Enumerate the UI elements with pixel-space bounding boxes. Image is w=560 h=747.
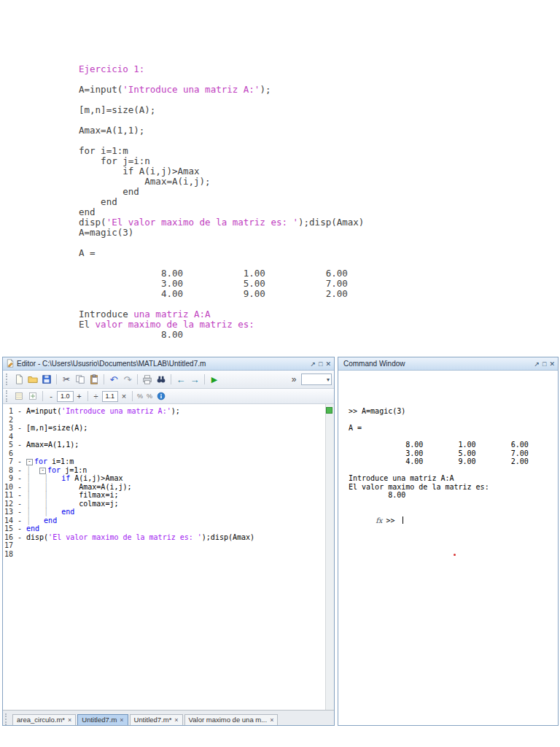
editor-titlebar[interactable]: Editor - C:\Users\Ususrio\Documents\MATL…: [3, 357, 334, 371]
editor-window: Editor - C:\Users\Ususrio\Documents\MATL…: [2, 357, 335, 726]
tab-untitled7-modified[interactable]: Untitled7.m* ×: [130, 714, 183, 725]
tab-close-icon[interactable]: ×: [68, 716, 71, 724]
value-right-field[interactable]: 1.1: [102, 391, 119, 402]
command-prompt[interactable]: fx>>: [341, 508, 555, 517]
code-line: end: [79, 197, 364, 207]
code-token: i=1:m: [47, 457, 74, 465]
tab-close-icon[interactable]: ×: [120, 716, 123, 724]
code-token: 3.00 5.00 7.00: [79, 278, 348, 289]
undock-icon[interactable]: ↗: [310, 360, 316, 368]
copy-icon[interactable]: [74, 373, 87, 386]
line-number[interactable]: 13 -: [4, 508, 23, 516]
info-icon[interactable]: [155, 390, 168, 403]
code-line: [79, 74, 364, 85]
cut-icon[interactable]: ✂: [60, 373, 73, 386]
toolbar-separator: [88, 391, 88, 401]
code-line: [79, 95, 364, 105]
tabbar-grip[interactable]: [5, 713, 8, 725]
command-window-titlebar[interactable]: Command Window ↗ □ ✕: [338, 357, 558, 371]
value-left-field[interactable]: 1.0: [57, 391, 74, 402]
line-number[interactable]: 2: [4, 416, 23, 425]
code-analyzer-indicator[interactable]: [326, 407, 332, 414]
code-line: 10 -│ │ Amax=A(i,j);: [4, 483, 324, 492]
line-number[interactable]: 8 -: [4, 466, 23, 475]
line-number[interactable]: 6: [4, 449, 23, 458]
save-icon[interactable]: [40, 373, 53, 386]
code-fold-icon[interactable]: -: [26, 459, 33, 465]
tab-close-icon[interactable]: ×: [174, 716, 178, 724]
close-icon[interactable]: ✕: [549, 360, 555, 368]
maximize-icon[interactable]: □: [542, 360, 546, 368]
code-line: 13 -│ │ end: [4, 508, 324, 516]
line-number[interactable]: 14 -: [4, 516, 23, 525]
editor-code-area[interactable]: 1 -A=input('Introduce una matriz A:'); 2…: [3, 404, 334, 710]
tab-close-icon[interactable]: ×: [270, 716, 273, 724]
code-line: [349, 466, 555, 475]
go-back-icon[interactable]: ←: [174, 373, 187, 386]
maximize-icon[interactable]: □: [319, 360, 322, 368]
go-forward-icon[interactable]: →: [188, 373, 201, 386]
code-token: Ejercicio 1:: [79, 63, 144, 74]
decrease-button[interactable]: -: [46, 392, 56, 400]
line-number[interactable]: 4: [4, 433, 23, 441]
code-line: 8 -│ -for j=1:n: [4, 466, 324, 475]
undock-icon[interactable]: ↗: [534, 360, 540, 368]
code-fold-icon[interactable]: -: [39, 468, 46, 474]
cell-mode-icon[interactable]: [12, 390, 26, 403]
prompt-chevrons: >>: [386, 516, 400, 525]
code-line: 12 -│ │ colmax=j;: [4, 500, 324, 508]
line-number[interactable]: 9 -: [4, 474, 23, 483]
line-number[interactable]: 10 -: [4, 483, 23, 492]
find-icon[interactable]: [155, 373, 168, 386]
multiply-button[interactable]: ×: [119, 392, 129, 400]
toolbar-overflow-icon[interactable]: »: [287, 373, 300, 386]
close-icon[interactable]: ✕: [325, 360, 331, 368]
line-number[interactable]: 15 -: [4, 525, 23, 533]
cell-insert-icon[interactable]: [26, 390, 39, 403]
command-window-content[interactable]: >> A=magic(3)A = 8.00 1.00 6.00 3.00 5.0…: [338, 371, 558, 725]
tab-untitled7[interactable]: Untitled7.m ×: [77, 714, 128, 725]
code-token: │ │: [26, 483, 61, 491]
code-token: 4.00 9.00 2.00: [349, 457, 529, 465]
line-number[interactable]: 17: [4, 541, 23, 550]
code-token: │: [26, 516, 44, 525]
line-number[interactable]: 12 -: [4, 500, 23, 508]
line-number[interactable]: 1 -: [4, 407, 23, 416]
toolbar-grip[interactable]: [6, 390, 9, 402]
open-file-icon[interactable]: [26, 373, 39, 386]
cell-percent-break-icon[interactable]: %: [145, 392, 154, 400]
undo-icon[interactable]: ↶: [107, 373, 120, 386]
line-number[interactable]: 3 -: [4, 424, 23, 433]
run-icon[interactable]: ▶: [208, 373, 221, 386]
code-token: end: [44, 516, 57, 525]
paste-icon[interactable]: [88, 373, 101, 386]
code-line: A=input('Introduce una matriz A:');: [79, 85, 364, 95]
line-number[interactable]: 11 -: [4, 491, 23, 500]
divide-button[interactable]: ÷: [91, 392, 101, 400]
line-number[interactable]: 18: [4, 550, 23, 559]
code-line: 8.00 1.00 6.00: [349, 441, 555, 449]
cell-percent-icon[interactable]: %: [136, 392, 144, 400]
toolbar-grip[interactable]: [6, 374, 9, 385]
redo-icon[interactable]: ↷: [121, 373, 134, 386]
code-token: end: [79, 206, 96, 217]
line-number[interactable]: 5 -: [4, 441, 23, 449]
code-line: [349, 500, 555, 508]
code-line: [79, 238, 364, 248]
code-line: El valor maximo de la matriz es:: [349, 483, 555, 492]
code-line: disp('El valor maximo de la matriz es: '…: [79, 217, 364, 228]
new-file-icon[interactable]: [12, 373, 26, 386]
line-number[interactable]: 16 -: [4, 533, 23, 542]
tab-valor-maximo[interactable]: Valor maximo de una m... ×: [184, 714, 279, 725]
code-line: [79, 299, 364, 309]
tab-area-circulo[interactable]: area_circulo.m* ×: [12, 714, 76, 725]
line-number[interactable]: 7 -: [4, 457, 23, 466]
code-token: 8.00 1.00 6.00: [349, 441, 529, 449]
code-token: A =: [79, 247, 96, 258]
code-token: 8.00: [349, 491, 405, 499]
increase-button[interactable]: +: [74, 392, 85, 400]
print-icon[interactable]: [141, 373, 154, 386]
code-line: 8.00 1.00 6.00: [79, 268, 364, 279]
code-line: 8.00: [349, 491, 555, 500]
stack-dropdown[interactable]: ▾: [301, 374, 332, 385]
